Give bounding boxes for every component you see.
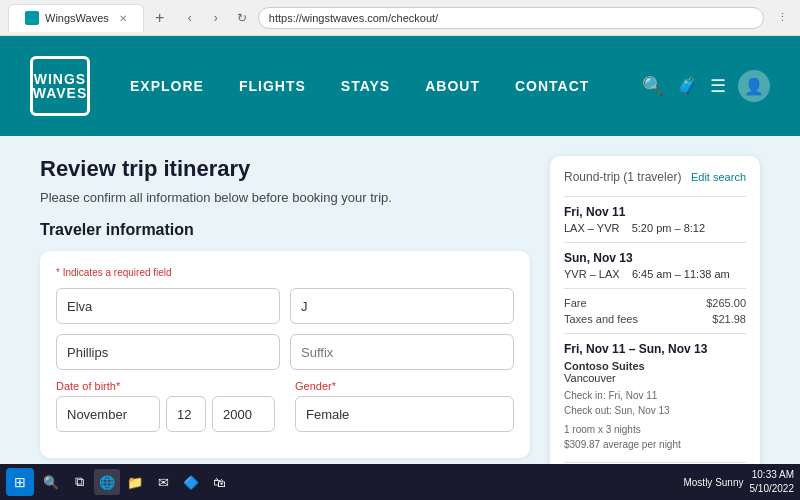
traveler-form-card: * Indicates a required field [40,251,530,458]
page: WINGS WAVES EXPLORE FLIGHTS STAYS ABOUT … [0,36,800,500]
last-name-input[interactable] [56,334,280,370]
nav-icons: 🔍 🧳 ☰ 👤 [642,70,770,102]
browser-tab[interactable]: WingsWaves ✕ [8,4,144,32]
taskbar-explorer-icon[interactable]: 📁 [122,469,148,495]
dob-year-input[interactable] [212,396,275,432]
fare-row: Fare $265.00 [564,297,746,309]
gender-label: Gender* [295,380,514,392]
main-content: Review trip itinerary Please confirm all… [0,136,800,500]
tab-close-btn[interactable]: ✕ [119,13,127,24]
trip-summary-card: Round-trip (1 traveler) Edit search Fri,… [550,156,760,500]
flight1-date: Fri, Nov 11 [564,205,746,219]
browser-ext-btn[interactable]: ⋮ [772,8,792,28]
divider-2 [564,242,746,243]
flight1-route: LAX – YVR 5:20 pm – 8:12 [564,222,746,234]
hotel-checkout: Check out: Sun, Nov 13 [564,403,746,418]
fare-label: Fare [564,297,587,309]
dob-day-input[interactable] [166,396,206,432]
browser-address-bar: ‹ › ↻ [180,7,764,29]
first-name-input[interactable] [56,288,280,324]
hotel-name: Contoso Suites [564,360,746,372]
first-name-field [56,288,280,324]
start-button[interactable]: ⊞ [6,468,34,496]
flight1-route-text: LAX – YVR [564,222,619,234]
dob-gender-row: Date of birth* Gender* [56,380,514,432]
luggage-icon[interactable]: 🧳 [676,75,698,97]
taskbar-time-value: 10:33 AM [750,468,795,482]
forward-button[interactable]: › [206,8,226,28]
search-icon[interactable]: 🔍 [642,75,664,97]
flight2-date: Sun, Nov 13 [564,251,746,265]
required-note: * Indicates a required field [56,267,514,278]
taskbar-search-icon[interactable]: 🔍 [38,469,64,495]
refresh-button[interactable]: ↻ [232,8,252,28]
taskbar-weather: Mostly Sunny [683,477,743,488]
user-avatar[interactable]: 👤 [738,70,770,102]
gender-input[interactable] [295,396,514,432]
flight2-route: YVR – LAX 6:45 am – 11:38 am [564,268,746,280]
suffix-input[interactable] [290,334,514,370]
left-panel: Review trip itinerary Please confirm all… [40,156,530,480]
nav-explore[interactable]: EXPLORE [130,78,204,94]
new-tab-button[interactable]: + [148,6,172,30]
gender-required-star: * [332,380,336,392]
page-title: Review trip itinerary [40,156,530,182]
trip-type-label: Round-trip (1 traveler) [564,170,681,184]
middle-initial-field [290,288,514,324]
hotel-rooms: 1 room x 3 nights [564,422,746,437]
taskbar-right: Mostly Sunny 10:33 AM 5/10/2022 [683,468,794,496]
nav-stays[interactable]: STAYS [341,78,390,94]
browser-actions: ⋮ [772,8,792,28]
traveler-section-title: Traveler information [40,221,530,239]
flight1-times: 5:20 pm – 8:12 [632,222,705,234]
divider-3 [564,288,746,289]
page-subtitle: Please confirm all information below bef… [40,190,530,205]
nav-about[interactable]: ABOUT [425,78,480,94]
taskbar-taskview-icon[interactable]: ⧉ [66,469,92,495]
tab-favicon [25,11,39,25]
hotel-dates: Fri, Nov 11 – Sun, Nov 13 [564,342,746,356]
dob-month-input[interactable] [56,396,160,432]
name-row-2 [56,334,514,370]
taskbar-browser-icon[interactable]: 🌐 [94,469,120,495]
address-input[interactable] [258,7,764,29]
taxes-row: Taxes and fees $21.98 [564,313,746,325]
middle-initial-input[interactable] [290,288,514,324]
back-button[interactable]: ‹ [180,8,200,28]
divider-4 [564,333,746,334]
logo-text-top: WINGS [34,72,86,86]
taskbar-store-icon[interactable]: 🛍 [206,469,232,495]
nav-flights[interactable]: FLIGHTS [239,78,306,94]
name-row-1 [56,288,514,324]
edit-search-link[interactable]: Edit search [691,171,746,183]
logo-text-bottom: WAVES [33,86,88,100]
last-name-field [56,334,280,370]
hotel-location: Vancouver [564,372,746,384]
dob-inputs [56,396,275,432]
gender-section: Gender* [295,380,514,432]
hotel-checkin: Check in: Fri, Nov 11 [564,388,746,403]
taskbar-icons: 🔍 ⧉ 🌐 📁 ✉ 🔷 🛍 [38,469,679,495]
fare-value: $265.00 [706,297,746,309]
browser-tabs: WingsWaves ✕ + [8,0,172,35]
taskbar-edge-icon[interactable]: 🔷 [178,469,204,495]
tab-title: WingsWaves [45,12,109,24]
trip-header: Round-trip (1 traveler) Edit search [564,170,746,184]
taxes-value: $21.98 [712,313,746,325]
logo-icon: WINGS WAVES [30,56,90,116]
suffix-field [290,334,514,370]
site-nav: WINGS WAVES EXPLORE FLIGHTS STAYS ABOUT … [0,36,800,136]
dob-required-star: * [116,380,120,392]
taskbar-date-value: 5/10/2022 [750,482,795,496]
dob-label-text: Date of birth [56,380,116,392]
menu-icon[interactable]: ☰ [710,75,726,97]
right-panel: Round-trip (1 traveler) Edit search Fri,… [550,156,760,480]
browser-chrome: WingsWaves ✕ + ‹ › ↻ ⋮ [0,0,800,36]
nav-links: EXPLORE FLIGHTS STAYS ABOUT CONTACT [130,78,642,94]
taskbar-mail-icon[interactable]: ✉ [150,469,176,495]
hotel-rate: $309.87 average per night [564,437,746,452]
taskbar: ⊞ 🔍 ⧉ 🌐 📁 ✉ 🔷 🛍 Mostly Sunny 10:33 AM 5/… [0,464,800,500]
dob-label: Date of birth* [56,380,275,392]
nav-contact[interactable]: CONTACT [515,78,589,94]
dob-section: Date of birth* [56,380,275,432]
